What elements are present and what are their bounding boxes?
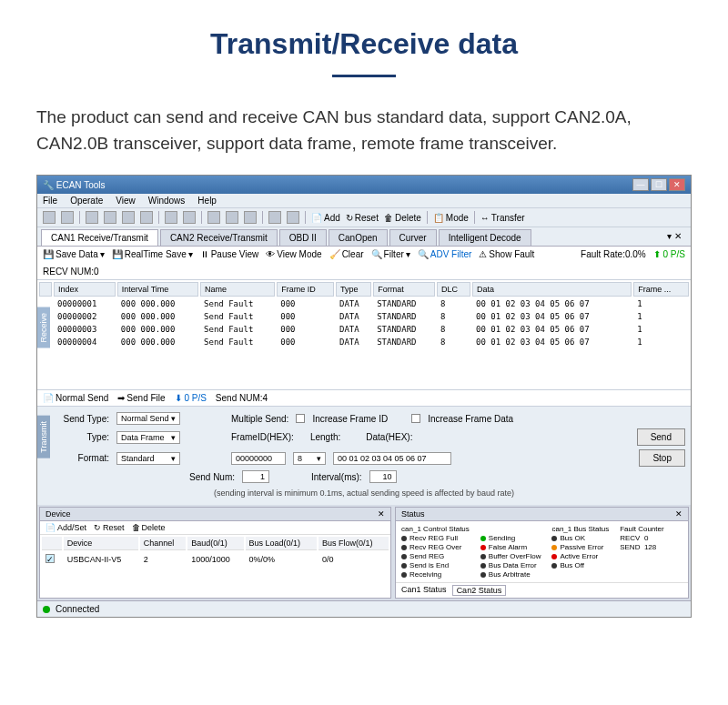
- tool-icon[interactable]: [207, 211, 220, 224]
- tool-icon[interactable]: [86, 211, 98, 224]
- format-select[interactable]: Standard▾: [116, 452, 180, 465]
- can2-status-tab[interactable]: Can2 Status: [452, 585, 507, 596]
- type-select[interactable]: Data Frame▾: [116, 431, 180, 444]
- tool-icon[interactable]: [287, 211, 299, 224]
- open-icon[interactable]: [43, 211, 56, 224]
- col-name[interactable]: Name: [200, 282, 275, 297]
- advfilter-button[interactable]: 🔍 ADV Filter: [418, 249, 472, 259]
- inc-framedata-checkbox[interactable]: [411, 414, 420, 423]
- sendtype-label: Send Type:: [59, 414, 109, 424]
- page-title: Transmit/Receive data: [0, 0, 728, 75]
- length-label: Length:: [310, 432, 340, 442]
- main-toolbar: 📄 Add ↻ Reset 🗑 Delete 📋 Mode ↔ Transfer: [37, 208, 691, 227]
- delete-button[interactable]: 🗑 Delete: [384, 213, 421, 223]
- table-row[interactable]: 00000002000 000.000Send Fault000DATASTAN…: [39, 311, 689, 322]
- status-panel: Status✕ can_1 Control Status Recv REG Fu…: [395, 507, 689, 599]
- send-button[interactable]: Send: [637, 428, 685, 446]
- app-window: 🔧 ECAN Tools — ☐ ✕ File Operate View Win…: [36, 175, 692, 618]
- col-interval[interactable]: Interval Time: [117, 282, 198, 297]
- filter-button[interactable]: 🔍 Filter ▾: [371, 249, 410, 259]
- page-description: The product can send and receive CAN bus…: [0, 105, 728, 175]
- transmit-panel: Transmit Send Type: Normal Send▾ Multipl…: [37, 407, 691, 505]
- col-data[interactable]: Data: [472, 282, 632, 297]
- bus-status-header: can_1 Bus Status: [551, 525, 609, 533]
- panel-close-icon[interactable]: ✕: [675, 509, 682, 519]
- rx-ps-label: ⬆ 0 P/S: [653, 249, 685, 259]
- rx-table-area: Receive Index Interval Time Name Frame I…: [37, 280, 691, 389]
- col-format[interactable]: Format: [373, 282, 435, 297]
- transfer-button[interactable]: ↔ Transfer: [480, 213, 525, 223]
- interval-input[interactable]: 10: [369, 470, 397, 483]
- pause-button[interactable]: ⏸ Pause View: [200, 249, 259, 259]
- status-header: Status: [401, 509, 425, 519]
- inc-frameid-checkbox[interactable]: [296, 414, 305, 423]
- mode-button[interactable]: 📋 Mode: [433, 213, 469, 223]
- tool-icon[interactable]: [104, 211, 116, 224]
- stop-button[interactable]: Stop: [639, 449, 685, 467]
- tab-decode[interactable]: Intelligent Decode: [439, 229, 531, 246]
- tab-curver[interactable]: Curver: [389, 229, 437, 246]
- device-table: Device Channel Baud(0/1) Bus Load(0/1) B…: [40, 535, 390, 568]
- menubar: File Operate View Windows Help: [37, 194, 691, 208]
- length-select[interactable]: 8▾: [293, 452, 326, 465]
- sendtype-select[interactable]: Normal Send▾: [116, 412, 180, 425]
- minimize-button[interactable]: —: [632, 178, 649, 191]
- panel-close-icon[interactable]: ✕: [378, 509, 385, 519]
- menu-windows[interactable]: Windows: [148, 196, 186, 206]
- showfault-button[interactable]: ⚠ Show Fault: [479, 249, 534, 259]
- tool-icon[interactable]: [226, 211, 238, 224]
- col-type[interactable]: Type: [336, 282, 371, 297]
- table-row[interactable]: 00000004000 000.000Send Fault000DATASTAN…: [39, 337, 689, 347]
- can1-status-tab[interactable]: Can1 Status: [401, 585, 447, 596]
- transmit-sidetab[interactable]: Transmit: [37, 416, 50, 458]
- device-checkbox[interactable]: ✓: [46, 554, 55, 563]
- ctrl-status-header: can_1 Control Status: [401, 525, 470, 533]
- data-input[interactable]: 00 01 02 03 04 05 06 07: [333, 452, 451, 465]
- tabs-menu-icon[interactable]: ▾ ✕: [662, 229, 687, 246]
- save-data-button[interactable]: 💾 Save Data ▾: [43, 249, 105, 259]
- dev-delete-button[interactable]: 🗑 Delete: [132, 523, 166, 532]
- frameid-input[interactable]: 00000000: [231, 452, 286, 465]
- reset-button[interactable]: ↻ Reset: [346, 213, 379, 223]
- inc-framedata-label: Increase Frame Data: [428, 414, 513, 424]
- dev-addset-button[interactable]: 📄 Add/Set: [46, 523, 86, 532]
- clear-button[interactable]: 🧹 Clear: [329, 249, 364, 259]
- col-frameid[interactable]: Frame ID: [277, 282, 334, 297]
- device-row[interactable]: ✓ USBCAN-II-V5 2 1000/1000 0%/0% 0/0: [42, 552, 389, 566]
- tool-icon[interactable]: [165, 211, 177, 224]
- connected-icon: [43, 606, 50, 613]
- sendnum-input[interactable]: 1: [242, 470, 269, 483]
- fault-rate-label: Fault Rate:0.0%: [581, 249, 646, 259]
- receive-sidetab[interactable]: Receive: [37, 307, 50, 348]
- menu-help[interactable]: Help: [197, 196, 217, 206]
- tab-canopen[interactable]: CanOpen: [329, 229, 388, 246]
- dev-reset-button[interactable]: ↻ Reset: [94, 523, 125, 532]
- save-icon[interactable]: [61, 211, 74, 224]
- tab-can1[interactable]: CAN1 Receive/Transmit: [41, 229, 158, 246]
- menu-view[interactable]: View: [116, 196, 136, 206]
- tool-icon[interactable]: [244, 211, 257, 224]
- tool-icon[interactable]: [140, 211, 153, 224]
- titlebar: 🔧 ECAN Tools — ☐ ✕: [37, 176, 691, 194]
- tool-icon[interactable]: [183, 211, 196, 224]
- realtime-save-button[interactable]: 💾 RealTime Save ▾: [112, 249, 193, 259]
- close-button[interactable]: ✕: [669, 178, 685, 191]
- tool-icon[interactable]: [122, 211, 135, 224]
- col-frame[interactable]: Frame ...: [633, 282, 689, 297]
- normal-send-button[interactable]: 📄 Normal Send: [43, 393, 108, 403]
- tab-can2[interactable]: CAN2 Receive/Transmit: [160, 229, 278, 246]
- window-title: ECAN Tools: [56, 180, 106, 190]
- table-row[interactable]: 00000003000 000.000Send Fault000DATASTAN…: [39, 324, 689, 335]
- device-panel: Device✕ 📄 Add/Set ↻ Reset 🗑 Delete Devic…: [39, 507, 391, 599]
- menu-operate[interactable]: Operate: [70, 196, 103, 206]
- tool-icon[interactable]: [268, 211, 281, 224]
- col-dlc[interactable]: DLC: [437, 282, 470, 297]
- table-row[interactable]: 00000001000 000.000Send Fault000DATASTAN…: [39, 298, 689, 309]
- col-index[interactable]: Index: [54, 282, 116, 297]
- maximize-button[interactable]: ☐: [651, 178, 667, 191]
- add-button[interactable]: 📄 Add: [311, 213, 340, 223]
- tab-obd2[interactable]: OBD II: [279, 229, 327, 246]
- menu-file[interactable]: File: [43, 196, 57, 206]
- viewmode-button[interactable]: 👁 View Mode: [266, 249, 321, 259]
- send-file-button[interactable]: ➡ Send File: [117, 393, 165, 403]
